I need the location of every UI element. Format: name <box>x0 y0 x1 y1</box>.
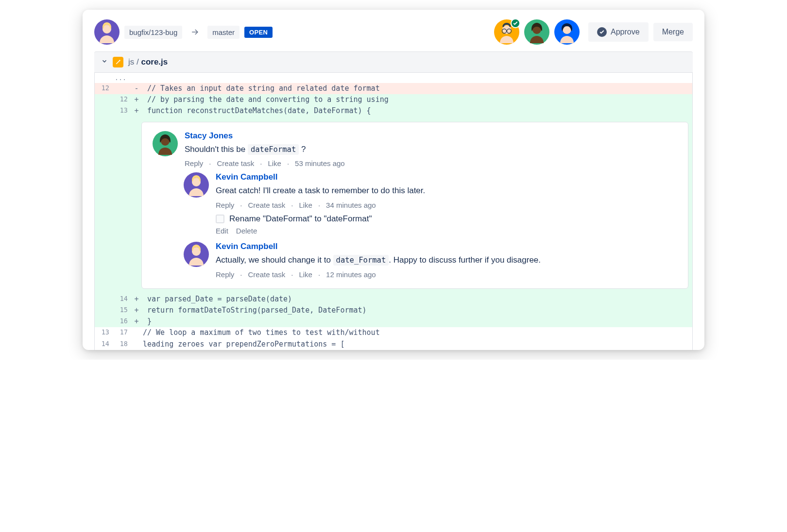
pr-author-avatar[interactable] <box>94 19 120 45</box>
comment-reply: Kevin Campbell Actually, we should chang… <box>184 242 677 279</box>
comment-text: Great catch! I'll create a task to remem… <box>216 185 677 197</box>
pr-header: bugfix/123-bug master OPEN Approve Merge <box>83 10 704 51</box>
inline-code: date_Format <box>333 255 389 266</box>
diff-line[interactable]: 13+ function reconstructDateMatches(date… <box>95 105 692 116</box>
check-circle-icon <box>597 27 607 37</box>
comment-text: Actually, we should change it to date_Fo… <box>216 254 677 266</box>
diff-line[interactable]: 14+ var parsed_Date = parseDate(date) <box>95 294 692 305</box>
diff-line[interactable]: 12- // Takes an input date string and re… <box>95 83 692 94</box>
like-action[interactable]: Like <box>299 201 312 209</box>
comment: Stacy Jones Shouldn't this be dateFormat… <box>153 131 677 168</box>
reviewer-list <box>494 19 580 45</box>
comment-author-avatar[interactable] <box>184 172 209 198</box>
reviewer-avatar[interactable] <box>524 19 549 45</box>
source-branch[interactable]: bugfix/123-bug <box>124 26 182 39</box>
approve-label: Approve <box>611 28 640 36</box>
diff-view: ...12- // Takes an input date string and… <box>94 73 693 350</box>
comment-text: Shouldn't this be dateFormat ? <box>185 144 677 156</box>
reply-action[interactable]: Reply <box>185 159 203 167</box>
comment-author[interactable]: Kevin Campbell <box>216 172 677 182</box>
pr-status-badge: OPEN <box>244 27 273 38</box>
reply-action[interactable]: Reply <box>216 270 234 279</box>
file-header[interactable]: js / core.js <box>94 51 693 73</box>
comment-author-avatar[interactable] <box>153 131 178 156</box>
comment-author-avatar[interactable] <box>184 242 209 267</box>
diff-line[interactable]: 1317 // We loop a maximum of two times t… <box>95 327 692 338</box>
file-path: js / core.js <box>128 57 168 67</box>
create-task-action[interactable]: Create task <box>248 270 286 279</box>
diff-line[interactable]: 12+ // by parsing the date and convertin… <box>95 94 692 105</box>
comment-reply: Kevin Campbell Great catch! I'll create … <box>184 172 677 209</box>
inline-comment-region: Stacy Jones Shouldn't this be dateFormat… <box>95 117 692 294</box>
reply-action[interactable]: Reply <box>216 201 234 209</box>
arrow-right-icon <box>187 27 203 37</box>
like-action[interactable]: Like <box>299 270 312 279</box>
comment-author[interactable]: Kevin Campbell <box>216 242 677 251</box>
target-branch[interactable]: master <box>207 26 240 39</box>
task-edit[interactable]: Edit <box>216 227 228 235</box>
pr-window: bugfix/123-bug master OPEN Approve Merge <box>83 10 704 350</box>
comment-actions: Reply Create task Like 53 minutes ago <box>185 159 677 167</box>
comment-timestamp: 34 minutes ago <box>326 201 376 209</box>
approve-button[interactable]: Approve <box>588 22 649 42</box>
task-delete[interactable]: Delete <box>236 227 257 235</box>
diff-line[interactable]: ... <box>95 73 692 83</box>
diff-line[interactable]: 15+ return formatDateToString(parsed_Dat… <box>95 305 692 316</box>
comment-timestamp: 12 minutes ago <box>326 270 376 279</box>
chevron-down-icon[interactable] <box>101 57 108 67</box>
like-action[interactable]: Like <box>268 159 281 167</box>
task-actions: Edit Delete <box>216 227 677 235</box>
comment-actions: Reply Create task Like 12 minutes ago <box>216 270 677 279</box>
merge-button[interactable]: Merge <box>653 23 693 41</box>
comment-actions: Reply Create task Like 34 minutes ago <box>216 201 677 209</box>
comment-timestamp: 53 minutes ago <box>295 159 345 167</box>
modified-file-icon <box>113 57 123 67</box>
inline-code: dateFormat <box>248 144 299 155</box>
diff-line[interactable]: 1418 leading zeroes var prependZeroPermu… <box>95 339 692 350</box>
approved-check-icon <box>511 18 520 28</box>
diff-line[interactable]: 16+ } <box>95 316 692 327</box>
reviewer-avatar[interactable] <box>554 19 580 45</box>
create-task-action[interactable]: Create task <box>217 159 255 167</box>
create-task-action[interactable]: Create task <box>248 201 286 209</box>
task-item: Rename "DateFormat" to "dateFormat" <box>216 214 677 224</box>
reviewer-avatar[interactable] <box>494 19 519 45</box>
task-text: Rename "DateFormat" to "dateFormat" <box>229 214 372 224</box>
comment-thread: Stacy Jones Shouldn't this be dateFormat… <box>141 122 688 289</box>
merge-label: Merge <box>662 28 684 36</box>
task-checkbox[interactable] <box>216 215 224 223</box>
comment-author[interactable]: Stacy Jones <box>185 131 677 141</box>
